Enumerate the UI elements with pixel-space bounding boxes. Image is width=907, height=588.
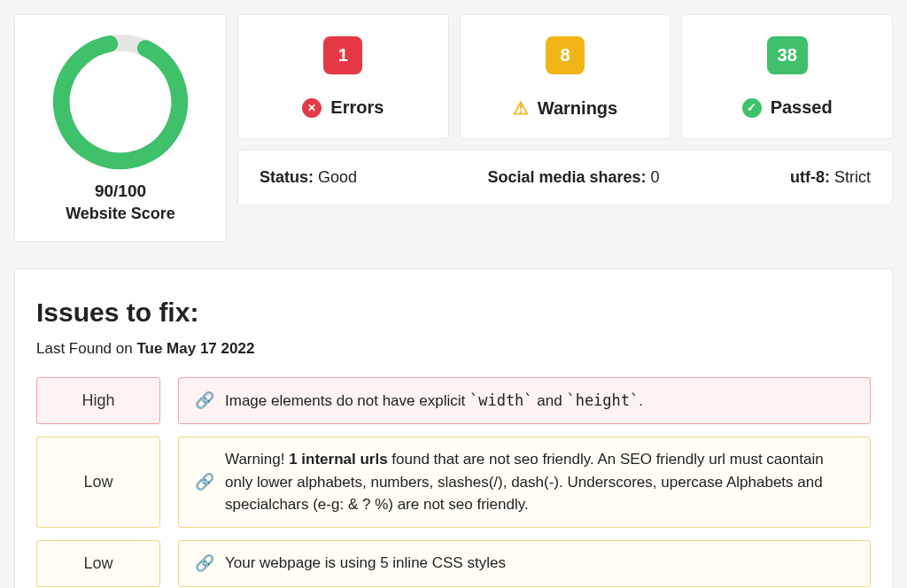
issue-box[interactable]: 🔗Image elements do not have explicit `wi… [178, 377, 871, 424]
issue-box[interactable]: 🔗Your webpage is using 5 inline CSS styl… [178, 540, 871, 587]
check-icon: ✓ [742, 98, 762, 118]
issue-row: Low🔗Warning! 1 internal urls found that … [36, 437, 871, 528]
issue-text: Warning! 1 internal urls found that are … [225, 448, 854, 516]
severity-badge: Low [36, 540, 160, 587]
error-icon: ✕ [302, 98, 322, 118]
issue-row: Low🔗Your webpage is using 5 inline CSS s… [36, 540, 871, 587]
score-label: Website Score [24, 205, 217, 223]
issue-text: Image elements do not have explicit `wid… [225, 390, 643, 413]
link-icon: 🔗 [195, 470, 214, 494]
stat-passed: 38 ✓ Passed [681, 14, 893, 139]
status-label: Status: [260, 168, 314, 186]
severity-badge: Low [36, 437, 160, 528]
passed-count: 38 [767, 36, 808, 74]
warnings-count: 8 [546, 36, 585, 74]
link-icon: 🔗 [195, 389, 214, 413]
issue-text: Your webpage is using 5 inline CSS style… [225, 552, 506, 575]
status-bar: Status: Good Social media shares: 0 utf-… [237, 150, 893, 205]
issues-subtitle: Last Found on Tue May 17 2022 [36, 340, 871, 358]
link-icon: 🔗 [195, 552, 214, 576]
social-label: Social media shares: [487, 168, 646, 186]
issues-title: Issues to fix: [36, 298, 871, 328]
warnings-label: Warnings [538, 98, 617, 119]
stat-warnings: 8 ⚠ Warnings [460, 14, 671, 139]
social-value: 0 [647, 168, 660, 186]
issues-section: Issues to fix: Last Found on Tue May 17 … [14, 268, 893, 588]
stat-errors: 1 ✕ Errors [237, 14, 449, 139]
severity-badge: High [36, 377, 160, 424]
issue-row: High🔗Image elements do not have explicit… [36, 377, 871, 424]
passed-label: Passed [771, 97, 833, 118]
errors-count: 1 [323, 36, 362, 74]
issue-box[interactable]: 🔗Warning! 1 internal urls found that are… [178, 437, 871, 528]
warning-icon: ⚠ [513, 97, 529, 119]
encoding-label: utf-8: [790, 168, 830, 186]
errors-label: Errors [330, 97, 384, 118]
score-value: 90/100 [24, 182, 217, 201]
status-value: Good [314, 168, 357, 186]
score-card: 90/100 Website Score [14, 14, 227, 242]
score-ring [50, 31, 191, 173]
encoding-value: Strict [830, 168, 871, 186]
svg-point-1 [50, 31, 191, 173]
